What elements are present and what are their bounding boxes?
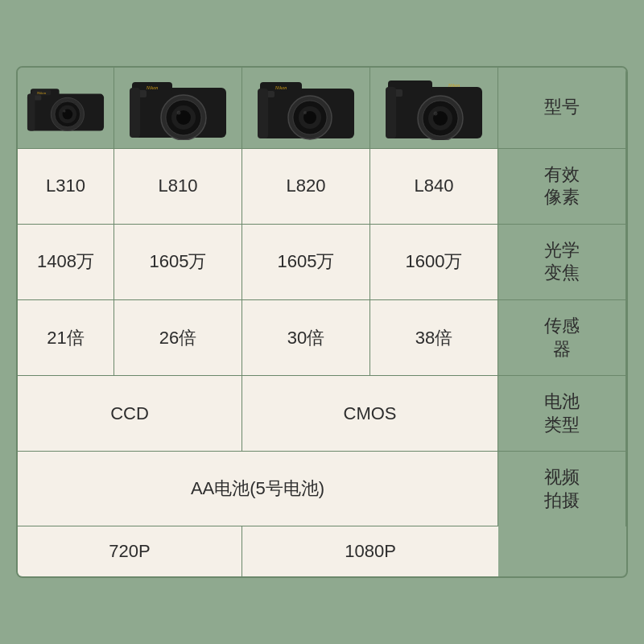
svg-text:Nikon: Nikon bbox=[275, 85, 287, 90]
cell-sensor-ccd: CCD bbox=[18, 376, 242, 452]
svg-text:Nikon: Nikon bbox=[36, 91, 47, 95]
label-zoom: 光学变焦 bbox=[498, 225, 626, 300]
svg-point-6 bbox=[63, 109, 65, 112]
svg-point-19 bbox=[177, 110, 181, 114]
svg-point-43 bbox=[434, 111, 438, 115]
camera-image-l820: Nikon bbox=[242, 68, 370, 149]
svg-point-31 bbox=[303, 111, 307, 114]
cell-model-l810: L810 bbox=[114, 149, 242, 225]
cell-sensor-cmos: CMOS bbox=[242, 376, 498, 452]
cell-pixels-l840: 1600万 bbox=[370, 225, 498, 300]
cell-zoom-l820: 30倍 bbox=[242, 300, 370, 376]
label-battery: 电池类型 bbox=[498, 376, 626, 452]
cell-pixels-l310: 1408万 bbox=[18, 225, 114, 300]
cell-model-l840: L840 bbox=[370, 149, 498, 225]
camera-image-l840: Nikon bbox=[370, 68, 498, 149]
svg-rect-12 bbox=[27, 93, 35, 130]
svg-text:Nikon: Nikon bbox=[146, 85, 158, 90]
table-grid: Nikon Nikon bbox=[18, 68, 626, 577]
label-sensor: 传感器 bbox=[498, 300, 626, 376]
cell-zoom-l840: 38倍 bbox=[370, 300, 498, 376]
camera-image-l810: Nikon bbox=[114, 68, 242, 149]
cell-model-l310: L310 bbox=[18, 149, 114, 225]
label-pixels: 有效像素 bbox=[498, 149, 626, 225]
label-video: 视频拍摄 bbox=[498, 452, 626, 526]
svg-text:Nikon: Nikon bbox=[448, 83, 460, 88]
cell-zoom-l810: 26倍 bbox=[114, 300, 242, 376]
comparison-table: Nikon Nikon bbox=[16, 66, 628, 579]
label-model: 型号 bbox=[498, 68, 626, 149]
cell-model-l820: L820 bbox=[242, 149, 370, 225]
svg-rect-48 bbox=[386, 87, 396, 138]
camera-image-l310: Nikon bbox=[18, 68, 114, 149]
cell-pixels-l820: 1605万 bbox=[242, 225, 370, 300]
cell-video-1080p: 1080P bbox=[242, 526, 498, 576]
cell-video-720p: 720P bbox=[18, 526, 242, 576]
cell-pixels-l810: 1605万 bbox=[114, 225, 242, 300]
svg-rect-36 bbox=[258, 89, 268, 138]
cell-zoom-l310: 21倍 bbox=[18, 300, 114, 376]
cell-battery-all: AA电池(5号电池) bbox=[18, 452, 498, 526]
svg-rect-24 bbox=[130, 88, 140, 138]
